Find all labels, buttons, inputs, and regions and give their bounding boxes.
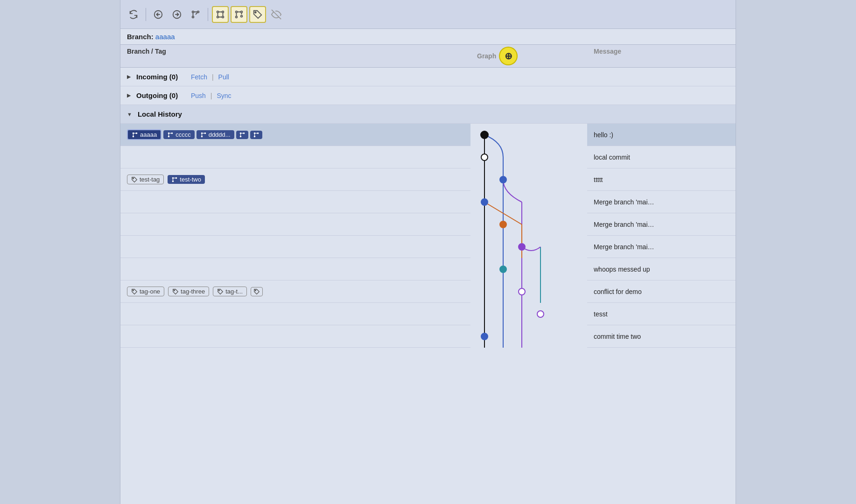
commit-row-9-tags[interactable] [120, 325, 470, 348]
local-history-expand-arrow[interactable]: ▼ [127, 112, 132, 117]
tag-icon-extra[interactable] [251, 287, 263, 296]
node-6[interactable] [500, 266, 506, 273]
tag-badge-tag-one[interactable]: tag-one [127, 287, 164, 296]
svg-point-32 [239, 132, 241, 134]
graph-cursor-icon: ⊕ [500, 48, 517, 64]
tag-icon [253, 288, 260, 295]
message-row-5[interactable]: Merge branch 'mai… [587, 236, 736, 258]
tag-icon [172, 288, 179, 295]
svg-point-7 [222, 16, 224, 18]
svg-point-22 [168, 132, 170, 134]
back-button[interactable] [150, 6, 167, 23]
branch-tag-icon-1[interactable] [236, 131, 248, 139]
svg-point-13 [255, 12, 256, 13]
svg-point-46 [133, 290, 134, 291]
message-row-2[interactable]: ttttt [587, 168, 736, 191]
tag-badge-test-tag[interactable]: test-tag [127, 175, 164, 184]
incoming-expand-arrow[interactable]: ▶ [127, 74, 131, 80]
push-link[interactable]: Push [191, 92, 206, 99]
commit-row-4-tags[interactable] [120, 213, 470, 236]
commit-graph-svg [470, 124, 587, 348]
refresh-button[interactable] [125, 6, 142, 23]
svg-point-17 [133, 132, 134, 134]
col-branch-tag-header: Branch / Tag [127, 48, 477, 64]
svg-point-8 [217, 11, 219, 13]
node-2[interactable] [500, 176, 506, 183]
branch-button[interactable] [187, 6, 204, 23]
svg-point-37 [253, 132, 255, 134]
branch-header: Branch: aaaaa [120, 29, 736, 44]
svg-point-27 [201, 132, 203, 134]
commit-row-5-tags[interactable] [120, 236, 470, 258]
branch-tag-ddddd[interactable]: ddddd... [196, 130, 234, 139]
forward-button[interactable] [168, 6, 185, 23]
branch-icon [132, 132, 138, 138]
commit-row-2-tags[interactable]: test-tag test-two [120, 168, 470, 191]
branch-label: Branch: [127, 33, 154, 41]
toolbar-divider-1 [146, 8, 146, 21]
branch-icon [253, 132, 260, 138]
commit-row-6-tags[interactable] [120, 258, 470, 280]
message-row-7[interactable]: conflict for demo [587, 280, 736, 303]
commit-row-7-tags[interactable]: tag-one tag-three tag-t... [120, 280, 470, 303]
branch-tag-icon-2[interactable] [250, 131, 262, 139]
fetch-link[interactable]: Fetch [191, 73, 207, 81]
branch-icon [200, 132, 207, 138]
node-0[interactable] [481, 131, 488, 139]
svg-point-36 [257, 132, 259, 134]
message-row-4[interactable]: Merge branch 'mai… [587, 213, 736, 236]
svg-point-6 [222, 11, 224, 13]
tag-badge-tag-three[interactable]: tag-three [168, 287, 209, 296]
graph-section: aaaaa ccccc ddddd... [120, 124, 736, 504]
pull-link[interactable]: Pull [218, 73, 229, 81]
branch-view-button[interactable] [231, 6, 247, 23]
svg-point-31 [243, 132, 245, 134]
message-row-9[interactable]: commit time two [587, 325, 736, 348]
incoming-label: Incoming (0) [136, 73, 178, 81]
graph-view-button[interactable] [212, 6, 229, 23]
svg-point-12 [241, 15, 243, 17]
svg-point-15 [133, 135, 134, 137]
branch-name[interactable]: aaaaa [155, 33, 175, 41]
tag-icon [217, 288, 224, 295]
node-3[interactable] [481, 199, 488, 205]
branch-tag-aaaaa[interactable]: aaaaa [127, 129, 161, 140]
left-section: aaaaa ccccc ddddd... [120, 124, 470, 504]
commit-row-3-tags[interactable] [120, 191, 470, 213]
outgoing-label: Outgoing (0) [136, 91, 178, 99]
node-5[interactable] [519, 244, 525, 250]
svg-point-20 [168, 135, 170, 137]
svg-point-30 [239, 135, 241, 137]
tag-badge-tag-t[interactable]: tag-t... [213, 287, 247, 296]
node-8[interactable] [537, 311, 544, 317]
incoming-row: ▶ Incoming (0) Fetch | Pull [120, 68, 736, 86]
message-row-6[interactable]: whoops messed up [587, 258, 736, 280]
branch-tag-test-two[interactable]: test-two [168, 175, 205, 184]
svg-point-43 [172, 177, 174, 179]
node-9[interactable] [481, 333, 488, 340]
node-4[interactable] [500, 221, 506, 228]
message-row-1[interactable]: local commit [587, 146, 736, 168]
commit-row-1-tags[interactable] [120, 146, 470, 168]
hide-button[interactable] [268, 6, 285, 23]
message-row-8[interactable]: tesst [587, 303, 736, 325]
node-7[interactable] [519, 288, 525, 295]
message-row-0[interactable]: hello :) [587, 124, 736, 146]
svg-point-11 [236, 11, 238, 13]
local-history-label: Local History [138, 110, 182, 118]
commit-row-0-tags[interactable]: aaaaa ccccc ddddd... [120, 124, 470, 146]
tag-button[interactable] [249, 6, 266, 23]
svg-point-47 [174, 290, 175, 291]
commit-row-8-tags[interactable] [120, 303, 470, 325]
message-row-3[interactable]: Merge branch 'mai… [587, 191, 736, 213]
outgoing-expand-arrow[interactable]: ▶ [127, 92, 131, 98]
toolbar-divider-2 [208, 8, 208, 21]
tag-icon [131, 288, 138, 295]
sync-link[interactable]: Sync [217, 92, 232, 99]
node-1[interactable] [481, 154, 488, 161]
main-container: Branch: aaaaa Branch / Tag Graph ⊕ Messa… [120, 0, 736, 504]
branch-icon [167, 132, 174, 138]
branch-tag-ccccc[interactable]: ccccc [163, 130, 195, 139]
svg-point-2 [192, 16, 194, 18]
svg-point-26 [204, 132, 206, 134]
